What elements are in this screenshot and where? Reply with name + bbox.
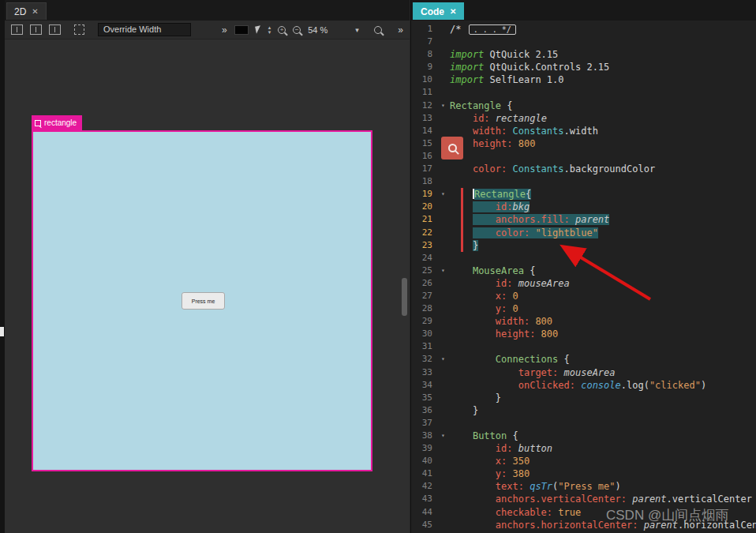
tab-code[interactable]: Code ✕ <box>413 2 464 20</box>
toolbar-overflow-chevron-right[interactable]: » <box>398 24 403 36</box>
fold-placeholder: . . . */ <box>469 24 516 35</box>
edge-marker <box>0 327 4 336</box>
code-token: ) <box>616 481 621 492</box>
code-line: 40 x: 350 <box>411 455 756 467</box>
code-token: mouseArea <box>518 278 570 289</box>
code-token: import <box>450 62 484 73</box>
code-token: x: <box>496 291 507 302</box>
search-annotation-badge[interactable] <box>441 137 463 160</box>
code-line: 27 x: 0 <box>411 290 756 302</box>
code-text <box>450 340 756 353</box>
line-number: 20 <box>411 201 436 213</box>
code-token: .log( <box>621 380 649 391</box>
zoom-in-icon[interactable]: + <box>278 26 286 34</box>
code-token: x: <box>496 456 507 467</box>
qt-design-studio-window: 2D ✕ Override Width » ▴▾ + − 54 % ▾ » re… <box>0 0 756 533</box>
code-token: .backgroundColor <box>564 163 656 175</box>
press-me-button-preview[interactable]: Press me <box>182 292 225 310</box>
code-token: import <box>450 74 484 85</box>
code-token: { <box>501 100 512 111</box>
fold-spacer <box>436 86 450 99</box>
canvas-vertical-scrollbar[interactable] <box>402 278 407 316</box>
csdn-watermark: CSDN @山间点烟雨 <box>606 506 728 524</box>
tab-2d[interactable]: 2D ✕ <box>6 2 47 20</box>
code-token <box>450 392 496 404</box>
canvas-color-swatch[interactable] <box>234 25 249 35</box>
zoom-level-value[interactable]: 54 % <box>308 25 327 35</box>
zoom-stepper[interactable]: ▴▾ <box>268 25 271 35</box>
code-text: width: Constants.width <box>450 125 756 137</box>
fold-marker-icon[interactable]: ▾ <box>436 353 450 366</box>
code-token: ) <box>701 380 706 391</box>
selected-item-tag: rectangle <box>32 115 82 130</box>
toolbar-overflow-chevron[interactable]: » <box>222 24 227 36</box>
code-text: id:bkg <box>450 201 756 213</box>
line-number: 36 <box>411 404 436 417</box>
code-token: y: <box>496 303 507 314</box>
line-number: 14 <box>411 125 436 137</box>
code-token: parent <box>575 214 609 225</box>
fold-spacer <box>436 442 450 455</box>
move-tool-icon[interactable] <box>30 24 42 35</box>
fold-spacer <box>436 480 450 493</box>
selection-tool-icon[interactable] <box>11 24 23 35</box>
code-token <box>450 380 518 391</box>
snap-grid-icon[interactable] <box>74 24 84 35</box>
code-token: { <box>524 265 535 276</box>
zoom-fit-icon[interactable] <box>374 26 382 34</box>
code-token: QtQuick 2.15 <box>484 49 558 60</box>
code-text: color: "lightblue" <box>450 227 756 239</box>
line-number: 18 <box>411 175 436 188</box>
fold-spacer <box>436 23 450 36</box>
fold-marker-icon[interactable]: ▾ <box>436 265 450 277</box>
zoom-out-icon[interactable]: − <box>293 26 301 34</box>
design-2d-panel: 2D ✕ Override Width » ▴▾ + − 54 % ▾ » re… <box>5 0 410 533</box>
code-token: width: <box>496 316 530 327</box>
tab-code-close-icon[interactable]: ✕ <box>450 7 456 16</box>
qml-code-editor[interactable]: 1/* . . . */78import QtQuick 2.159import… <box>411 21 756 533</box>
code-text: x: 350 <box>450 455 756 467</box>
fold-marker-icon[interactable]: ▾ <box>436 99 450 112</box>
code-token: } <box>473 405 478 416</box>
code-token <box>450 328 496 340</box>
line-number: 34 <box>411 379 436 392</box>
code-text: width: 800 <box>450 315 756 328</box>
code-token: target: <box>518 367 559 378</box>
code-text: } <box>450 392 756 404</box>
line-number: 32 <box>411 353 436 366</box>
rectangle-preview[interactable]: Press me <box>32 130 372 471</box>
code-token <box>535 328 541 340</box>
zoom-level-caret-icon[interactable]: ▾ <box>355 26 359 34</box>
code-token: Constants <box>513 163 564 175</box>
code-line: 37 <box>411 417 756 430</box>
override-width-combo[interactable]: Override Width <box>98 23 191 36</box>
code-line: 34 onClicked: console.log("clicked") <box>411 379 756 392</box>
code-line: 36 } <box>411 404 756 417</box>
gutter-change-bar <box>461 188 463 252</box>
code-line: 31 <box>411 340 756 353</box>
line-number: 11 <box>411 86 436 99</box>
code-token: 800 <box>535 316 552 327</box>
code-token <box>450 494 496 505</box>
line-number: 35 <box>411 392 436 404</box>
stepper-down-icon[interactable]: ▾ <box>268 30 271 35</box>
tab-2d-close-icon[interactable]: ✕ <box>32 7 38 16</box>
code-text: Rectangle{ <box>450 188 756 201</box>
line-number: 29 <box>411 315 436 328</box>
design-canvas[interactable]: rectangle Press me <box>5 39 410 533</box>
fold-marker-icon[interactable]: ▾ <box>436 188 450 201</box>
line-number: 16 <box>411 150 436 163</box>
code-line: 28 y: 0 <box>411 302 756 315</box>
line-number: 42 <box>411 480 436 493</box>
code-line: 41 y: 380 <box>411 467 756 480</box>
code-token: rectangle <box>496 113 547 124</box>
code-line: 25▾ MouseArea { <box>411 265 756 277</box>
resize-tool-icon[interactable] <box>49 24 61 35</box>
fold-marker-icon[interactable]: ▾ <box>436 430 450 442</box>
line-number: 28 <box>411 302 436 315</box>
line-number: 45 <box>411 519 436 531</box>
code-line: 14 width: Constants.width <box>411 125 756 137</box>
code-line: 9import QtQuick.Controls 2.15 <box>411 61 756 73</box>
code-token: SelfLearn 1.0 <box>484 74 563 85</box>
code-token: 800 <box>541 328 559 340</box>
